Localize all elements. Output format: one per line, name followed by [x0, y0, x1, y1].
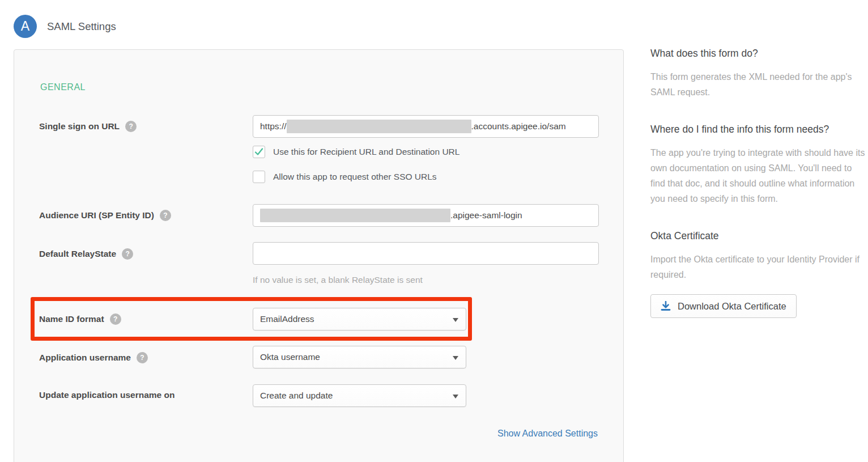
name-id-format-value: EmailAddress — [260, 308, 314, 330]
sidebar-text-form-purpose: This form generates the XML needed for t… — [650, 69, 868, 100]
chevron-down-icon — [453, 318, 458, 322]
general-section-title: GENERAL — [40, 82, 86, 92]
sso-url-help-icon[interactable]: ? — [125, 121, 137, 132]
app-username-select[interactable]: Okta username — [253, 346, 466, 368]
download-button-label: Download Okta Certificate — [678, 301, 786, 312]
recipient-url-checkbox-row: Use this for Recipient URL and Destinati… — [253, 146, 459, 158]
update-username-label-text: Update application username on — [39, 390, 175, 400]
sso-url-redacted-value — [287, 120, 471, 133]
sidebar-heading-find-info: Where do I find the info this form needs… — [650, 124, 868, 135]
other-sso-checkbox-label[interactable]: Allow this app to request other SSO URLs — [273, 172, 437, 182]
sidebar-heading-form-purpose: What does this form do? — [650, 48, 868, 60]
audience-uri-label: Audience URI (SP Entity ID) ? — [39, 210, 171, 221]
app-username-label-text: Application username — [39, 353, 131, 363]
relay-state-label-text: Default RelayState — [39, 249, 116, 259]
sso-url-label-text: Single sign on URL — [39, 121, 120, 132]
app-username-label: Application username ? — [39, 352, 148, 363]
name-id-format-help-icon[interactable]: ? — [110, 313, 121, 325]
sso-url-input[interactable]: https:// .accounts.apigee.io/sam — [253, 115, 599, 138]
sso-url-value-suffix: .accounts.apigee.io/sam — [471, 116, 566, 137]
relay-state-label: Default RelayState ? — [39, 248, 133, 260]
chevron-down-icon — [453, 395, 458, 399]
chevron-down-icon — [453, 356, 458, 360]
relay-state-input[interactable] — [253, 242, 599, 265]
download-icon — [661, 301, 671, 311]
sidebar-heading-okta-certificate: Okta Certificate — [650, 230, 868, 242]
download-okta-certificate-button[interactable]: Download Okta Certificate — [650, 294, 797, 318]
recipient-url-checkbox-label[interactable]: Use this for Recipient URL and Destinati… — [273, 147, 459, 157]
name-id-format-label-text: Name ID format — [39, 314, 104, 324]
other-sso-checkbox[interactable] — [253, 171, 265, 183]
relay-state-hint: If no value is set, a blank RelayState i… — [253, 275, 423, 285]
page-title: SAML Settings — [47, 20, 116, 33]
checkmark-icon — [254, 148, 263, 156]
sidebar-text-find-info: The app you're trying to integrate with … — [650, 145, 868, 206]
step-a-badge-letter: A — [21, 19, 29, 33]
audience-uri-label-text: Audience URI (SP Entity ID) — [39, 210, 154, 221]
recipient-url-checkbox[interactable] — [253, 146, 265, 158]
show-advanced-settings-link[interactable]: Show Advanced Settings — [497, 429, 598, 439]
saml-settings-panel: GENERAL Single sign on URL ? https:// .a… — [14, 49, 624, 462]
name-id-format-label: Name ID format ? — [39, 313, 121, 325]
audience-uri-value-suffix: .apigee-saml-login — [450, 205, 522, 226]
audience-uri-input[interactable]: .apigee-saml-login — [253, 204, 599, 227]
help-sidebar: What does this form do? This form genera… — [650, 0, 868, 318]
sso-url-value-prefix: https:// — [260, 116, 287, 137]
saml-settings-page: A SAML Settings GENERAL Single sign on U… — [0, 0, 868, 462]
app-username-help-icon[interactable]: ? — [137, 352, 148, 363]
update-username-value: Create and update — [260, 385, 333, 406]
name-id-format-select[interactable]: EmailAddress — [253, 308, 466, 330]
audience-uri-redacted-value — [260, 209, 450, 222]
step-a-badge: A — [14, 15, 37, 38]
app-username-value: Okta username — [260, 346, 320, 368]
relay-state-help-icon[interactable]: ? — [122, 248, 133, 260]
audience-uri-help-icon[interactable]: ? — [160, 210, 171, 221]
sidebar-text-okta-certificate: Import the Okta certificate to your Iden… — [650, 252, 868, 282]
update-username-label: Update application username on — [39, 390, 175, 400]
update-username-select[interactable]: Create and update — [253, 384, 466, 407]
other-sso-checkbox-row: Allow this app to request other SSO URLs — [253, 171, 437, 183]
sso-url-label: Single sign on URL ? — [39, 121, 137, 132]
